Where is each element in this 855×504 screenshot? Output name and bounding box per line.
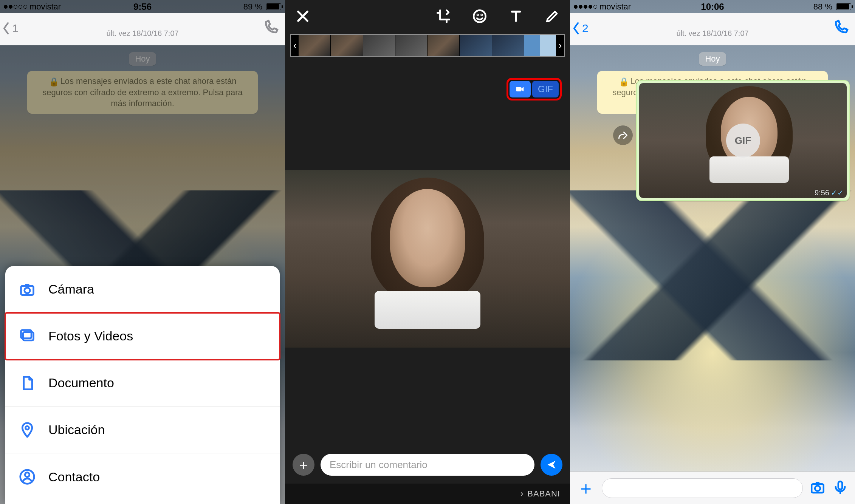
film-frame	[395, 35, 428, 56]
attachment-action-sheet: Cámara Fotos y Videos Documento Ubicació…	[5, 266, 280, 504]
time-value: 9:56	[815, 189, 829, 197]
last-seen-label: últ. vez 18/10/16 7:07	[570, 29, 855, 38]
sheet-item-document[interactable]: Documento	[5, 360, 280, 407]
film-frame	[492, 35, 524, 56]
caption-placeholder: Escribir un comentario	[330, 459, 428, 471]
svg-point-6	[25, 473, 29, 477]
svg-rect-10	[516, 87, 522, 91]
message-input[interactable]	[602, 478, 803, 498]
video-trim-strip[interactable]: ‹ ›	[290, 34, 565, 57]
forward-button[interactable]	[613, 125, 633, 145]
sheet-item-camera[interactable]: Cámara	[5, 266, 280, 313]
svg-point-8	[477, 15, 478, 15]
crop-rotate-button[interactable]	[435, 8, 451, 26]
trim-handle-left[interactable]: ‹	[291, 35, 299, 56]
camera-button[interactable]	[810, 479, 826, 497]
gif-held-phone	[709, 156, 789, 183]
caption-bar: ＋ Escribir un comentario	[285, 447, 570, 482]
film-frame	[299, 35, 331, 56]
screenshot-video-editor: ‹ › GIF ＋ Escribir un comentario › BABAN…	[285, 0, 570, 504]
message-time: 9:56 ✓✓	[815, 188, 844, 197]
video-preview[interactable]	[285, 170, 570, 348]
recipient-name: BABANI	[527, 489, 560, 499]
film-frame	[524, 35, 556, 56]
battery-icon	[836, 3, 851, 10]
send-button[interactable]	[541, 454, 562, 476]
status-bar: movistar 9:56 89 %	[0, 0, 285, 13]
film-frame	[331, 35, 363, 56]
day-chip: Hoy	[699, 52, 726, 66]
emoji-button[interactable]	[472, 8, 488, 26]
add-media-button[interactable]: ＋	[293, 454, 314, 476]
document-icon	[19, 375, 36, 391]
chat-area[interactable]: Hoy 🔒Los mensajes enviados a este chat a…	[570, 46, 855, 504]
read-checks-icon: ✓✓	[831, 188, 844, 197]
photos-icon	[19, 328, 36, 345]
svg-point-7	[474, 10, 486, 22]
preview-face	[390, 189, 465, 287]
svg-point-4	[25, 426, 29, 429]
battery-icon	[266, 3, 281, 10]
last-seen-label: últ. vez 18/10/16 7:07	[0, 29, 285, 38]
status-bar: movistar 10:06 88 %	[570, 0, 855, 13]
lock-icon: 🔒	[619, 76, 629, 88]
draw-tool-button[interactable]	[544, 8, 560, 26]
sheet-label: Cámara	[48, 282, 94, 297]
screenshot-chat-with-gif: movistar 10:06 88 % 2 últ. vez 18/10/16 …	[570, 0, 855, 504]
recipient-bar: › BABANI	[285, 484, 570, 504]
editor-toolbar	[285, 0, 570, 34]
attach-button[interactable]: ＋	[577, 479, 595, 497]
sent-gif-bubble[interactable]: GIF 9:56 ✓✓	[636, 80, 850, 201]
sheet-item-photos-videos[interactable]: Fotos y Videos	[5, 313, 280, 360]
chat-header: 1 últ. vez 18/10/16 7:07	[0, 13, 285, 45]
text-tool-button[interactable]	[508, 8, 524, 26]
film-frame	[428, 35, 460, 56]
film-frame	[363, 35, 395, 56]
chevron-right-icon: ›	[520, 489, 524, 499]
mic-button[interactable]	[832, 479, 848, 497]
sheet-label: Fotos y Videos	[48, 329, 133, 343]
close-button[interactable]	[295, 8, 311, 26]
caption-input[interactable]: Escribir un comentario	[321, 454, 534, 476]
film-frame	[460, 35, 492, 56]
message-input-bar: ＋	[570, 472, 855, 504]
gif-badge: GIF	[726, 124, 760, 158]
preview-held-phone	[375, 291, 480, 329]
sheet-label: Documento	[48, 376, 114, 390]
svg-point-12	[815, 485, 820, 491]
screenshot-attachment-sheet: movistar 9:56 89 % 1 últ. vez 18/10/16 7…	[0, 0, 285, 504]
contact-icon	[19, 468, 36, 485]
svg-point-1	[25, 288, 30, 293]
sheet-item-contact[interactable]: Contacto	[5, 453, 280, 500]
trim-handle-right[interactable]: ›	[556, 35, 564, 56]
location-icon	[19, 422, 36, 438]
gif-mode-button[interactable]: GIF	[532, 81, 559, 97]
video-gif-toggle[interactable]: GIF	[508, 79, 560, 99]
svg-rect-13	[838, 481, 843, 489]
sheet-label: Ubicación	[48, 422, 105, 437]
video-mode-button[interactable]	[510, 81, 531, 97]
status-time: 10:06	[570, 2, 855, 12]
chat-header: 2 últ. vez 18/10/16 7:07	[570, 13, 855, 45]
status-time: 9:56	[0, 2, 285, 12]
camera-icon	[19, 281, 36, 298]
sheet-item-location[interactable]: Ubicación	[5, 407, 280, 453]
sheet-label: Contacto	[48, 470, 100, 484]
svg-point-9	[481, 15, 482, 15]
